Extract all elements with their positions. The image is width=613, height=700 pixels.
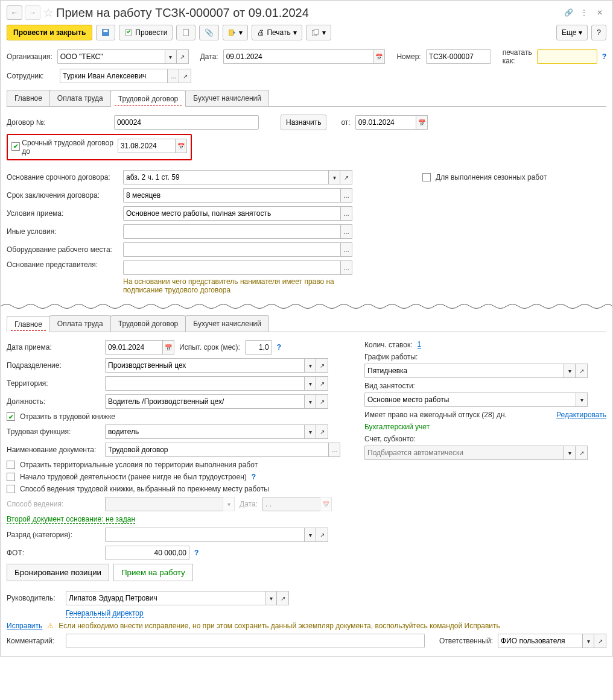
open-icon[interactable]: ↗ bbox=[316, 424, 328, 439]
position-input[interactable] bbox=[105, 394, 304, 409]
open-icon[interactable]: ↗ bbox=[594, 634, 606, 648]
nav-forward-button[interactable]: → bbox=[25, 5, 40, 20]
employee-input[interactable] bbox=[60, 69, 167, 83]
account-input[interactable] bbox=[364, 446, 564, 460]
open-icon[interactable]: ↗ bbox=[179, 69, 191, 83]
dropdown-icon[interactable]: ▾ bbox=[576, 393, 588, 407]
schedule-input[interactable] bbox=[364, 364, 564, 378]
fix-link[interactable]: Исправить bbox=[7, 622, 42, 630]
grade-input[interactable] bbox=[105, 528, 304, 542]
attach-button[interactable]: 📎 bbox=[199, 25, 219, 40]
second-doc-link[interactable]: Второй документ основание: не задан bbox=[7, 515, 135, 524]
calendar-icon[interactable]: 📅 bbox=[416, 115, 428, 130]
link-icon[interactable]: 🔗 bbox=[562, 6, 575, 19]
urgent-date-input[interactable] bbox=[118, 139, 175, 153]
ellipsis-icon[interactable]: … bbox=[340, 242, 352, 257]
first-job-checkbox[interactable] bbox=[7, 473, 15, 481]
tab-contract[interactable]: Трудовой договор bbox=[110, 90, 186, 107]
territorial-checkbox[interactable] bbox=[7, 461, 15, 469]
post-and-close-button[interactable]: Провести и закрыть bbox=[7, 25, 92, 40]
org-input[interactable] bbox=[57, 49, 165, 64]
date-input[interactable] bbox=[223, 49, 373, 64]
help-icon[interactable]: ? bbox=[277, 343, 281, 352]
employment-input[interactable] bbox=[364, 393, 576, 407]
territory-input[interactable] bbox=[105, 376, 304, 391]
fot-input[interactable] bbox=[105, 546, 189, 560]
help-icon[interactable]: ? bbox=[252, 473, 256, 481]
help-icon[interactable]: ? bbox=[602, 52, 606, 61]
help-icon[interactable]: ? bbox=[194, 549, 199, 557]
manager-input[interactable] bbox=[66, 591, 265, 605]
open-icon[interactable]: ↗ bbox=[316, 394, 328, 409]
booking-button[interactable]: Бронирование позиции bbox=[7, 564, 109, 581]
calendar-icon[interactable]: 📅 bbox=[373, 49, 385, 64]
dropdown-icon[interactable]: ▾ bbox=[328, 170, 340, 184]
tab-accounting[interactable]: Бухучет начислений bbox=[185, 90, 269, 106]
open-icon[interactable]: ↗ bbox=[316, 358, 328, 373]
other-input[interactable] bbox=[123, 224, 340, 239]
calendar-icon[interactable]: 📅 bbox=[162, 340, 174, 355]
contract-num-input[interactable] bbox=[114, 115, 259, 130]
dropdown-icon[interactable]: ▾ bbox=[265, 591, 277, 605]
book-method-checkbox[interactable] bbox=[7, 485, 15, 493]
ellipsis-icon[interactable]: … bbox=[167, 69, 179, 83]
hire-date-input[interactable] bbox=[105, 340, 162, 355]
equip-input[interactable] bbox=[123, 242, 340, 257]
calendar-icon[interactable]: 📅 bbox=[175, 139, 187, 153]
tab-accounting-lower[interactable]: Бухучет начислений bbox=[185, 315, 269, 332]
term-input[interactable] bbox=[123, 188, 340, 203]
print-as-input[interactable] bbox=[537, 49, 597, 64]
manager-title-link[interactable]: Генеральный директор bbox=[66, 609, 144, 618]
dropdown-icon[interactable]: ▾ bbox=[304, 528, 316, 542]
open-icon[interactable]: ↗ bbox=[177, 49, 189, 64]
seasonal-checkbox[interactable] bbox=[422, 173, 431, 181]
tab-payment-lower[interactable]: Оплата труда bbox=[49, 315, 111, 332]
print-button[interactable]: 🖨 Печать ▾ bbox=[252, 25, 302, 40]
menu-icon[interactable]: ⋮ bbox=[577, 6, 591, 19]
func-input[interactable] bbox=[105, 424, 304, 439]
dropdown-icon[interactable]: ▾ bbox=[304, 358, 316, 373]
tab-main-lower[interactable]: Главное bbox=[7, 316, 50, 332]
tab-main[interactable]: Главное bbox=[7, 90, 50, 106]
actions-button[interactable]: ▾ bbox=[223, 25, 248, 40]
dropdown-icon[interactable]: ▾ bbox=[564, 364, 576, 378]
help-button[interactable]: ? bbox=[591, 25, 606, 40]
dropdown-icon[interactable]: ▾ bbox=[304, 376, 316, 391]
conditions-input[interactable] bbox=[123, 206, 340, 221]
probation-input[interactable] bbox=[245, 340, 272, 355]
close-icon[interactable]: ✕ bbox=[593, 6, 606, 19]
ellipsis-icon[interactable]: … bbox=[340, 188, 352, 203]
rates-link[interactable]: 1 bbox=[418, 340, 422, 349]
from-date-input[interactable] bbox=[355, 115, 416, 130]
dept-input[interactable] bbox=[105, 358, 304, 373]
open-icon[interactable]: ↗ bbox=[576, 364, 588, 378]
dropdown-icon[interactable]: ▾ bbox=[582, 634, 594, 648]
urgent-checkbox[interactable]: ✔ bbox=[11, 142, 20, 151]
dropdown-icon[interactable]: ▾ bbox=[165, 49, 177, 64]
docname-input[interactable] bbox=[105, 443, 328, 457]
copy-button[interactable]: ▾ bbox=[306, 25, 331, 40]
ellipsis-icon[interactable]: … bbox=[340, 206, 352, 221]
tab-contract-lower[interactable]: Трудовой договор bbox=[110, 315, 186, 332]
assign-button[interactable]: Назначить bbox=[281, 115, 326, 130]
comment-input[interactable] bbox=[66, 634, 425, 648]
ellipsis-icon[interactable]: … bbox=[340, 224, 352, 239]
dropdown-icon[interactable]: ▾ bbox=[304, 394, 316, 409]
doc-button[interactable] bbox=[176, 25, 195, 40]
hire-button[interactable]: Прием на работу bbox=[113, 564, 193, 581]
nav-back-button[interactable]: ← bbox=[7, 5, 22, 20]
responsible-input[interactable] bbox=[498, 634, 582, 648]
star-icon[interactable]: ☆ bbox=[43, 5, 54, 20]
open-icon[interactable]: ↗ bbox=[277, 591, 289, 605]
open-icon[interactable]: ↗ bbox=[316, 528, 328, 542]
post-button[interactable]: Провести bbox=[119, 25, 173, 40]
save-button[interactable] bbox=[96, 25, 115, 40]
ellipsis-icon[interactable]: … bbox=[328, 443, 340, 457]
more-button[interactable]: Еще ▾ bbox=[556, 25, 588, 40]
rep-input[interactable] bbox=[123, 260, 340, 275]
open-icon[interactable]: ↗ bbox=[576, 446, 588, 460]
open-icon[interactable]: ↗ bbox=[316, 376, 328, 391]
ellipsis-icon[interactable]: … bbox=[340, 260, 352, 275]
dropdown-icon[interactable]: ▾ bbox=[304, 424, 316, 439]
open-icon[interactable]: ↗ bbox=[340, 170, 352, 184]
